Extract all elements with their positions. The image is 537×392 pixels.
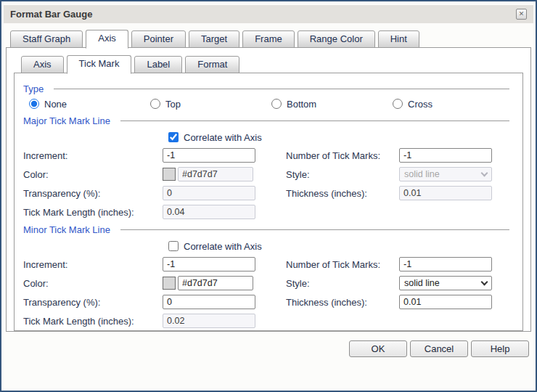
minor-correlate-label: Correlate with Axis: [184, 241, 262, 252]
radio-none-label: None: [44, 99, 67, 110]
minor-thickness-input[interactable]: [399, 295, 492, 309]
minor-color-swatch[interactable]: [163, 277, 176, 290]
major-correlate-row[interactable]: Correlate with Axis: [23, 128, 514, 146]
major-length-row: Tick Mark Length (inches):: [23, 203, 514, 221]
radio-bottom-label: Bottom: [287, 99, 316, 110]
minor-color-row: Color: Style: solid line: [23, 274, 514, 293]
tab-range-color[interactable]: Range Color: [298, 30, 375, 48]
major-length-label: Tick Mark Length (inches):: [23, 207, 163, 218]
major-thickness-input: [399, 186, 492, 200]
radio-option-top[interactable]: Top: [150, 99, 271, 110]
axis-tab-content: Axis Tick Mark Label Format Type None To…: [6, 47, 531, 332]
major-increment-row: Increment: Number of Tick Marks:: [23, 146, 514, 165]
tab-pointer[interactable]: Pointer: [131, 30, 186, 48]
major-length-input: [163, 205, 255, 219]
minor-style-label: Style:: [286, 278, 399, 289]
subtab-tick-mark[interactable]: Tick Mark: [67, 55, 132, 74]
major-color-row: Color: Style: solid line: [23, 165, 514, 184]
radio-option-bottom[interactable]: Bottom: [271, 99, 393, 110]
cancel-button[interactable]: Cancel: [410, 340, 468, 357]
tab-staff-graph[interactable]: Staff Graph: [10, 30, 83, 48]
minor-correlate-checkbox[interactable]: [168, 241, 179, 251]
type-section-heading: Type: [23, 82, 514, 95]
minor-heading-label: Minor Tick Mark Line: [23, 224, 110, 235]
radio-top-label: Top: [165, 99, 181, 110]
minor-transparency-label: Transparency (%):: [23, 297, 163, 308]
minor-color-label: Color:: [23, 278, 163, 289]
radio-option-none[interactable]: None: [29, 99, 150, 110]
minor-increment-row: Increment: Number of Tick Marks:: [23, 255, 514, 274]
major-style-label: Style:: [286, 169, 399, 180]
radio-none[interactable]: [29, 99, 39, 109]
minor-transparency-input[interactable]: [163, 295, 255, 309]
format-bar-gauge-dialog: Format Bar Gauge ✕ Staff Graph Axis Poin…: [0, 0, 537, 392]
major-transparency-label: Transparency (%):: [23, 188, 163, 199]
divider: [120, 229, 509, 230]
minor-section-heading: Minor Tick Mark Line: [23, 223, 514, 236]
footer-button-bar: OK Cancel Help: [8, 340, 529, 357]
major-increment-input[interactable]: [163, 148, 255, 163]
tab-axis[interactable]: Axis: [86, 30, 128, 49]
minor-increment-label: Increment:: [23, 259, 163, 270]
chevron-down-icon: [481, 169, 488, 176]
tab-target[interactable]: Target: [189, 30, 239, 48]
major-heading-label: Major Tick Mark Line: [23, 115, 110, 126]
radio-option-cross[interactable]: Cross: [393, 99, 514, 110]
divider: [120, 121, 509, 121]
major-tick-count-label: Number of Tick Marks:: [286, 150, 399, 161]
dialog-title: Format Bar Gauge: [10, 9, 92, 20]
major-correlate-label: Correlate with Axis: [184, 132, 262, 143]
minor-tick-count-label: Number of Tick Marks:: [286, 259, 399, 270]
major-style-value: solid line: [404, 169, 440, 179]
help-button[interactable]: Help: [471, 340, 529, 357]
major-increment-label: Increment:: [23, 150, 163, 161]
minor-tick-count-input[interactable]: [399, 257, 492, 271]
major-transparency-input: [163, 186, 255, 200]
tab-frame[interactable]: Frame: [242, 30, 295, 48]
radio-top[interactable]: [150, 99, 160, 109]
subtab-axis[interactable]: Axis: [21, 56, 64, 73]
minor-thickness-label: Thickness (inches):: [286, 297, 399, 308]
title-bar: Format Bar Gauge ✕: [4, 5, 533, 23]
major-color-label: Color:: [23, 169, 163, 180]
inner-tab-strip: Axis Tick Mark Label Format: [14, 55, 523, 73]
major-correlate-checkbox[interactable]: [168, 132, 179, 142]
subtab-label[interactable]: Label: [134, 56, 182, 73]
minor-length-label: Tick Mark Length (inches):: [23, 316, 163, 327]
tab-hint[interactable]: Hint: [378, 30, 419, 48]
major-section-heading: Major Tick Mark Line: [23, 114, 514, 127]
major-color-swatch[interactable]: [163, 168, 176, 181]
minor-style-select[interactable]: solid line: [399, 276, 492, 290]
close-icon[interactable]: ✕: [516, 9, 527, 20]
radio-bottom[interactable]: [271, 99, 282, 109]
tick-mark-panel: Type None Top Bottom Cross: [14, 73, 523, 331]
type-radio-group: None Top Bottom Cross: [23, 95, 514, 113]
major-color-input: [178, 167, 253, 181]
minor-color-input[interactable]: [178, 276, 253, 290]
subtab-format[interactable]: Format: [185, 56, 239, 73]
chevron-down-icon: [481, 278, 488, 285]
minor-length-row: Tick Mark Length (inches):: [23, 311, 514, 330]
major-style-select: solid line: [399, 167, 492, 181]
major-tick-count-input[interactable]: [399, 148, 492, 163]
type-heading-label: Type: [23, 83, 44, 94]
minor-style-value: solid line: [404, 278, 440, 288]
minor-length-input: [163, 314, 255, 328]
radio-cross-label: Cross: [408, 99, 433, 110]
major-transparency-row: Transparency (%): Thickness (inches):: [23, 184, 514, 203]
minor-correlate-row[interactable]: Correlate with Axis: [23, 237, 514, 255]
outer-tab-strip: Staff Graph Axis Pointer Target Frame Ra…: [6, 30, 531, 48]
minor-transparency-row: Transparency (%): Thickness (inches):: [23, 293, 514, 311]
radio-cross[interactable]: [393, 99, 403, 109]
minor-increment-input[interactable]: [163, 257, 255, 271]
major-thickness-label: Thickness (inches):: [286, 188, 399, 199]
ok-button[interactable]: OK: [349, 340, 407, 357]
divider: [54, 89, 509, 89]
